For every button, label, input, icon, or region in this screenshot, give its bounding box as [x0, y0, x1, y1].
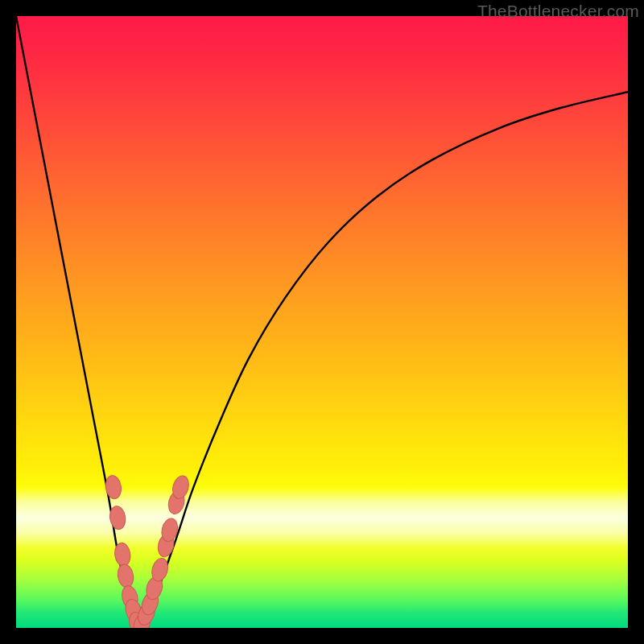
plot-area: [16, 16, 628, 628]
chart-svg: [16, 16, 628, 628]
gradient-background: [16, 16, 628, 628]
watermark-text: TheBottlenecker.com: [477, 2, 639, 21]
outer-frame: TheBottlenecker.com: [0, 0, 644, 644]
